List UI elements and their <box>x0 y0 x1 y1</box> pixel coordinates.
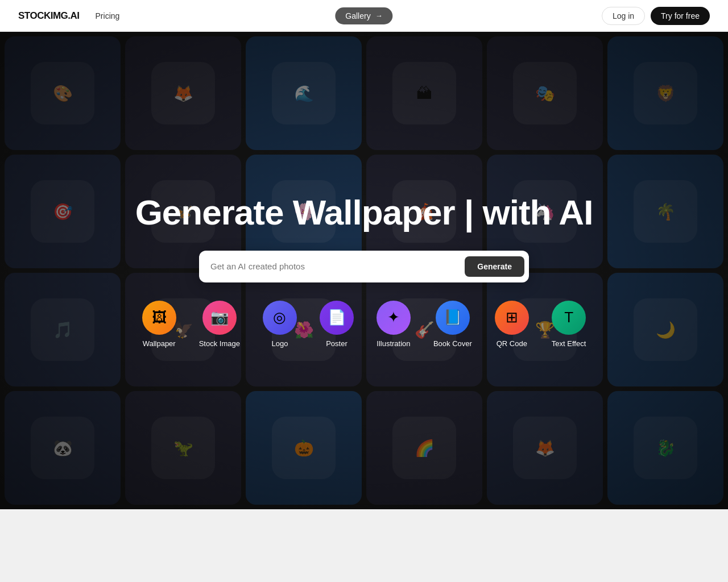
qr-code-icon: ⊞ <box>495 301 529 335</box>
search-bar: Generate <box>199 251 529 282</box>
site-logo: STOCKIMG.AI <box>18 10 80 22</box>
stock-image-icon: 📷 <box>202 301 237 335</box>
try-free-button[interactable]: Try for free <box>651 7 710 25</box>
hero-title: Generate Wallpaper | with AI <box>135 193 593 232</box>
login-button[interactable]: Log in <box>602 7 645 25</box>
poster-icon: 📄 <box>320 301 354 335</box>
generate-button[interactable]: Generate <box>465 256 524 277</box>
icon-item-stock-image[interactable]: 📷Stock Image <box>199 301 240 348</box>
hero-section: 🎨🦊🌊🏔🎭🦁🎯🦋🌸🎪🦄🌴🎵🦅🌺🎸🏆🌙🐼🦖🎃🌈🦊🐉 Generate Wallpa… <box>0 32 728 509</box>
pricing-link[interactable]: Pricing <box>96 11 120 20</box>
title-separator: | <box>464 193 473 232</box>
book-cover-icon: 📘 <box>436 301 470 335</box>
stock-image-label: Stock Image <box>199 339 240 348</box>
text-effect-label: Text Effect <box>552 339 586 348</box>
arrow-right-icon: → <box>375 11 383 20</box>
icon-item-text-effect[interactable]: TText Effect <box>552 301 586 348</box>
category-grid: 🖼Wallpaper📷Stock Image◎Logo📄Poster✦Illus… <box>142 301 586 348</box>
wallpaper-icon: 🖼 <box>142 301 176 335</box>
wallpaper-label: Wallpaper <box>143 339 176 348</box>
icon-item-book-cover[interactable]: 📘Book Cover <box>433 301 472 348</box>
search-input[interactable] <box>210 261 465 271</box>
hero-content: Generate Wallpaper | with AI Generate 🖼W… <box>0 32 728 509</box>
icon-item-illustration[interactable]: ✦Illustration <box>377 301 411 348</box>
logo-icon: ◎ <box>263 301 297 335</box>
icon-item-qr-code[interactable]: ⊞QR Code <box>495 301 529 348</box>
illustration-label: Illustration <box>377 339 410 348</box>
qr-code-label: QR Code <box>497 339 527 348</box>
icon-item-logo[interactable]: ◎Logo <box>263 301 297 348</box>
poster-label: Poster <box>326 339 348 348</box>
logo-label: Logo <box>271 339 288 348</box>
gallery-button[interactable]: Gallery → <box>335 7 392 24</box>
book-cover-label: Book Cover <box>433 339 472 348</box>
text-effect-icon: T <box>552 301 586 335</box>
icon-item-wallpaper[interactable]: 🖼Wallpaper <box>142 301 176 348</box>
illustration-icon: ✦ <box>377 301 411 335</box>
navbar: STOCKIMG.AI Pricing Gallery → Log in Try… <box>0 0 728 32</box>
icon-item-poster[interactable]: 📄Poster <box>320 301 354 348</box>
